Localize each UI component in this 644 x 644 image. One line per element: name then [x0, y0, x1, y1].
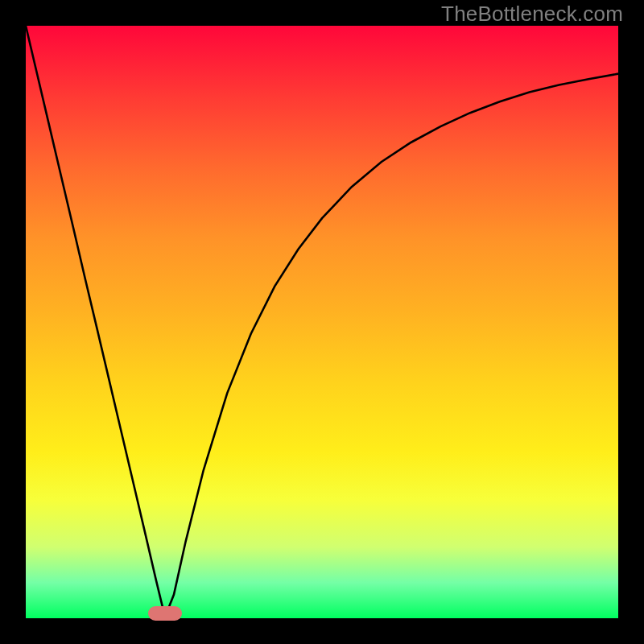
bottleneck-curve [26, 26, 618, 617]
optimal-point-marker [148, 606, 182, 621]
chart-frame: TheBottleneck.com [0, 0, 644, 644]
curve-svg [26, 26, 618, 618]
watermark-text: TheBottleneck.com [441, 2, 623, 27]
